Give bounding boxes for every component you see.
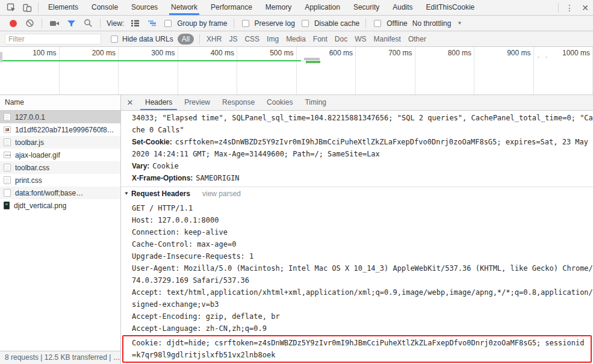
waterfall-dot: [545, 57, 547, 58]
more-options-icon[interactable]: ⋮: [562, 1, 577, 15]
waterfall-view-icon[interactable]: [144, 16, 160, 31]
preserve-log-checkbox[interactable]: [242, 20, 249, 27]
search-icon[interactable]: [80, 16, 96, 31]
timeline-tick: 900 ms: [474, 47, 534, 94]
list-view-icon[interactable]: [127, 16, 143, 31]
divider: [42, 19, 42, 28]
divider: [234, 19, 234, 28]
view-parsed-link[interactable]: view parsed: [202, 188, 241, 200]
timeline-tick: 600 ms: [297, 47, 356, 94]
capture-screenshots-icon[interactable]: [46, 16, 62, 31]
group-by-frame-label[interactable]: Group by frame: [175, 19, 229, 28]
tab-performance[interactable]: Performance: [206, 0, 257, 15]
request-header-line: User-Agent: Mozilla/5.0 (Macintosh; Inte…: [121, 262, 593, 286]
timeline-tick: 800 ms: [415, 47, 475, 94]
request-rows: 127.0.0.1 1d1df6220ab711e9996760f8… tool…: [0, 111, 120, 351]
document-icon: [4, 176, 11, 184]
table-row-ajaxloader[interactable]: ajax-loader.gif: [0, 149, 120, 161]
filter-type-media[interactable]: Media: [282, 35, 309, 43]
tab-preview[interactable]: Preview: [178, 95, 216, 110]
tab-audits[interactable]: Audits: [388, 0, 417, 15]
disable-cache-label[interactable]: Disable cache: [312, 19, 361, 28]
tab-console[interactable]: Console: [87, 0, 123, 15]
tab-network[interactable]: Network: [166, 0, 202, 15]
tab-security[interactable]: Security: [349, 0, 384, 15]
filter-type-css[interactable]: CSS: [241, 35, 263, 43]
disclosure-triangle-icon[interactable]: ▼: [124, 188, 129, 200]
timeline-tick: 200 ms: [60, 47, 119, 94]
table-row-printcss[interactable]: print.css: [0, 174, 120, 187]
tab-editthiscookie[interactable]: EditThisCookie: [421, 0, 480, 15]
inspect-element-icon[interactable]: [4, 1, 19, 15]
cookie-highlight-box: Cookie: djdt=hide; csrftoken=z4sDnWBZDz5…: [122, 335, 592, 363]
name-column-header[interactable]: Name: [0, 95, 120, 111]
group-by-frame-checkbox[interactable]: [164, 20, 172, 27]
divider: [199, 34, 200, 44]
filter-type-doc[interactable]: Doc: [331, 35, 351, 43]
hide-data-urls-checkbox[interactable]: [111, 35, 118, 43]
tab-elements[interactable]: Elements: [43, 0, 83, 15]
offline-label[interactable]: Offline: [385, 19, 409, 28]
preserve-log-label[interactable]: Preserve log: [253, 19, 297, 28]
request-header-line: GET / HTTP/1.1: [121, 202, 593, 214]
tab-timing[interactable]: Timing: [299, 95, 332, 110]
table-row-1d1df[interactable]: 1d1df6220ab711e9996760f8…: [0, 123, 120, 136]
filter-type-manifest[interactable]: Manifest: [370, 35, 405, 43]
timeline-overview[interactable]: 100 ms 200 ms 300 ms 400 ms 500 ms 600 m…: [0, 47, 593, 95]
filter-type-xhr[interactable]: XHR: [203, 35, 225, 43]
filter-icon[interactable]: [63, 16, 79, 31]
hide-data-urls-label[interactable]: Hide data URLs: [120, 35, 175, 43]
request-name: ajax-loader.gif: [15, 151, 60, 159]
divider: [100, 19, 101, 28]
timeline-tick: 100 ms: [0, 47, 60, 94]
device-toolbar-icon[interactable]: [19, 1, 35, 15]
tab-sources[interactable]: Sources: [126, 0, 163, 15]
close-detail-icon[interactable]: ✕: [121, 98, 139, 107]
tab-cookies[interactable]: Cookies: [261, 95, 299, 110]
filter-type-font[interactable]: Font: [309, 35, 331, 43]
request-header-line: Accept-Encoding: gzip, deflate, br: [121, 310, 593, 322]
filter-type-js[interactable]: JS: [225, 35, 241, 43]
request-headers-title: Request Headers: [131, 188, 190, 200]
request-header-line: Cache-Control: max-age=0: [121, 238, 593, 250]
response-header-line: 34033; "Elapsed time", SQLPanel_sql_time…: [121, 112, 593, 136]
timeline-tick: 500 ms: [237, 47, 297, 94]
timeline-tick: 300 ms: [119, 47, 178, 94]
offline-checkbox[interactable]: [374, 20, 381, 27]
tab-headers[interactable]: Headers: [139, 95, 178, 110]
tab-application[interactable]: Application: [300, 0, 345, 15]
record-button[interactable]: [10, 20, 17, 27]
table-row-toolbarcss[interactable]: toolbar.css: [0, 161, 120, 174]
throttling-dropdown[interactable]: No throttling ▼: [411, 19, 462, 28]
filter-type-ws[interactable]: WS: [351, 35, 370, 43]
request-headers-section[interactable]: ▼ Request Headers view parsed: [121, 187, 593, 200]
filter-type-all[interactable]: All: [178, 34, 194, 45]
filter-input[interactable]: [5, 34, 101, 45]
table-row-toolbarjs[interactable]: toolbar.js: [0, 136, 120, 149]
divider: [558, 3, 559, 13]
overview-handle[interactable]: [0, 52, 2, 63]
tab-memory[interactable]: Memory: [261, 0, 296, 15]
table-row-datafont[interactable]: data:font/woff;base…: [0, 187, 120, 199]
tab-response[interactable]: Response: [216, 95, 261, 110]
response-header-line: Set-Cookie:csrftoken=z4sDnWBZDz5Y9zIvr0m…: [121, 136, 593, 160]
timeline-tick: 400 ms: [178, 47, 238, 94]
cookie-header-line: Cookie: djdt=hide; csrftoken=z4sDnWBZDz5…: [123, 337, 588, 361]
headers-panel[interactable]: 34033; "Elapsed time", SQLPanel_sql_time…: [121, 111, 593, 364]
request-headers-source: GET / HTTP/1.1 Host: 127.0.0.1:8000 Conn…: [121, 202, 593, 363]
devtools-tabbar: Elements Console Sources Network Perform…: [0, 0, 593, 16]
table-row-127001[interactable]: 127.0.0.1: [0, 111, 120, 123]
filter-type-other[interactable]: Other: [405, 35, 430, 43]
clear-icon[interactable]: [22, 16, 37, 31]
waterfall-bar-waiting: [304, 58, 320, 60]
request-detail-pane: ✕ Headers Preview Response Cookies Timin…: [121, 95, 593, 364]
close-devtools-icon[interactable]: ✕: [577, 1, 593, 15]
table-row-djdtvertical[interactable]: djdt_vertical.png: [0, 199, 120, 212]
document-icon: [4, 138, 11, 146]
response-header-line: X-Frame-Options:SAMEORIGIN: [121, 172, 593, 184]
file-icon: [4, 189, 11, 197]
request-header-line: Accept: text/html,application/xhtml+xml,…: [121, 286, 593, 310]
disable-cache-checkbox[interactable]: [302, 20, 309, 27]
filter-type-img[interactable]: Img: [263, 35, 282, 43]
request-list-pane: Name 127.0.0.1 1d1df6220ab711e9996760f8……: [0, 95, 121, 364]
